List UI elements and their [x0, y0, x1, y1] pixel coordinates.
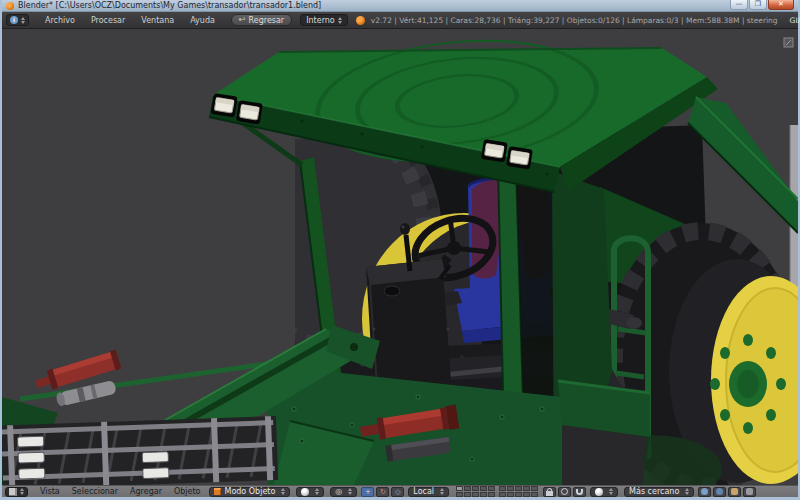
layer-cell[interactable]	[507, 486, 514, 491]
render-opengl-anim-button[interactable]	[713, 487, 726, 497]
editor-type-selector[interactable]	[5, 487, 28, 497]
menu-giants-i3d[interactable]: GIANTS I3D	[790, 16, 800, 25]
lock-scene-button[interactable]	[543, 487, 556, 497]
layer-cell[interactable]	[507, 492, 514, 497]
updown-arrows	[338, 17, 342, 24]
orientation-select[interactable]: Local	[408, 487, 449, 497]
shading-select[interactable]	[296, 487, 324, 497]
back-icon: ↩	[239, 16, 246, 24]
editor-type-selector[interactable]: i	[6, 14, 29, 26]
layers-grid	[456, 486, 538, 497]
updown-arrows	[440, 488, 444, 495]
clapper-button[interactable]	[743, 487, 756, 497]
layer-cell[interactable]	[531, 486, 538, 491]
layer-cell[interactable]	[531, 492, 538, 497]
layer-cell[interactable]	[456, 486, 463, 491]
pivot-select[interactable]: ◎	[330, 487, 357, 497]
proportional-icon	[561, 488, 568, 495]
layer-cell[interactable]	[456, 492, 463, 497]
opengl-render-icon	[701, 488, 708, 495]
updown-arrows	[281, 488, 285, 495]
menu-ayuda[interactable]: Ayuda	[190, 16, 215, 25]
clapper-icon	[746, 488, 753, 495]
info-header: i Archivo Procesar Ventana Ayuda ↩ Regre…	[2, 12, 798, 29]
menu-archivo[interactable]: Archivo	[45, 16, 75, 25]
camera-icon	[731, 488, 738, 495]
proportional-edit-button[interactable]	[558, 487, 571, 497]
layer-cell[interactable]	[523, 492, 530, 497]
maximize-button[interactable]: ❐	[749, 0, 767, 10]
render-opengl-button[interactable]	[698, 487, 711, 497]
blender-window: Blender* [C:\Users\OCZ\Documents\My Game…	[0, 0, 800, 500]
viewport-3d[interactable]	[2, 29, 798, 485]
layer-cell[interactable]	[499, 492, 506, 497]
updown-arrows	[685, 488, 689, 495]
layer-cell[interactable]	[523, 486, 530, 491]
layer-cell[interactable]	[488, 486, 495, 491]
menu-procesar[interactable]: Procesar	[91, 16, 125, 25]
scene-statistics: v2.72 | Vért:41,125 | Caras:28,736 | Tri…	[371, 16, 778, 25]
window-titlebar[interactable]: Blender* [C:\Users\OCZ\Documents\My Game…	[2, 0, 798, 12]
info-editor-icon: i	[10, 16, 18, 24]
updown-arrows	[348, 488, 352, 495]
manipulator-scale-button[interactable]: ◇	[391, 487, 404, 497]
menu-objeto[interactable]: Objeto	[174, 487, 201, 496]
layer-cell[interactable]	[472, 486, 479, 491]
blender-logo-icon	[6, 2, 14, 10]
magnet-icon	[576, 489, 583, 495]
layer-cell[interactable]	[464, 492, 471, 497]
view3d-editor-icon	[9, 488, 17, 496]
solid-shading-icon	[301, 488, 309, 496]
area-corner-grip[interactable]	[784, 38, 793, 47]
updown-arrows	[21, 17, 25, 24]
mode-select[interactable]: Modo Objeto	[209, 487, 290, 497]
menu-seleccionar[interactable]: Seleccionar	[72, 487, 118, 496]
layer-cell[interactable]	[480, 492, 487, 497]
pivot-icon: ◎	[335, 487, 342, 496]
blender-version-icon	[356, 16, 365, 25]
camera-button[interactable]	[728, 487, 741, 497]
layer-cell[interactable]	[499, 486, 506, 491]
close-button[interactable]: ✕	[768, 0, 794, 10]
updown-arrows	[20, 488, 24, 495]
window-title: Blender* [C:\Users\OCZ\Documents\My Game…	[18, 1, 321, 11]
layer-cell[interactable]	[472, 492, 479, 497]
layer-cell[interactable]	[480, 486, 487, 491]
updown-arrows	[609, 488, 613, 495]
layer-cell[interactable]	[515, 492, 522, 497]
snap-element-icon	[595, 488, 603, 496]
opengl-anim-icon	[716, 488, 723, 495]
manipulator-rotate-button[interactable]: ↻	[376, 487, 389, 497]
snap-target-select[interactable]: Más cercano	[624, 487, 694, 497]
menu-vista[interactable]: Vista	[40, 487, 60, 496]
viewport-canvas[interactable]	[2, 29, 798, 485]
render-engine-select[interactable]: Interno	[300, 14, 348, 26]
manipulator-translate-button[interactable]: +	[361, 487, 374, 497]
lock-icon	[546, 491, 553, 496]
regresar-button[interactable]: ↩ Regresar	[231, 14, 292, 26]
object-mode-icon	[214, 488, 221, 495]
layer-cell[interactable]	[515, 486, 522, 491]
menu-agregar[interactable]: Agregar	[130, 487, 162, 496]
snap-toggle-button[interactable]	[573, 487, 586, 497]
layer-cell[interactable]	[488, 492, 495, 497]
viewport-3d-header: Vista Seleccionar Agregar Objeto Modo Ob…	[2, 485, 798, 497]
snap-element-select[interactable]	[590, 487, 618, 497]
updown-arrows	[315, 488, 319, 495]
minimize-button[interactable]: —	[730, 0, 748, 10]
layer-cell[interactable]	[464, 486, 471, 491]
menu-ventana[interactable]: Ventana	[141, 16, 174, 25]
front-cage[interactable]	[2, 416, 279, 485]
